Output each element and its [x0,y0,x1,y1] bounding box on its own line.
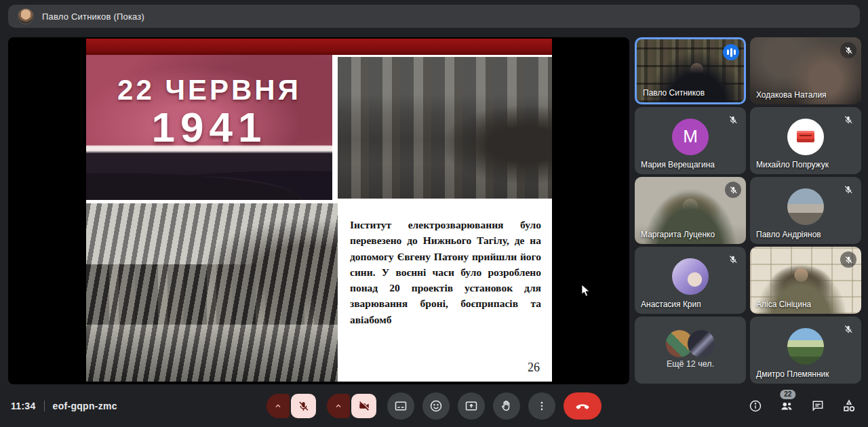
avatar [787,328,824,365]
mic-off-icon [840,42,856,58]
mic-off-icon [725,182,741,198]
end-call-icon [574,398,591,414]
slide-photo-evacuation-train [338,57,552,199]
participant-count-badge: 22 [780,390,795,399]
activities-icon [842,399,856,413]
more-options-icon [536,400,548,412]
participant-name: Ходакова Наталия [756,90,827,100]
chat-button[interactable] [810,398,826,414]
participant-tile[interactable]: M Мария Верещагина [635,107,746,174]
participant-tile[interactable]: Аліса Сініцина [750,247,861,314]
participant-name: Михайло Попружук [756,160,829,169]
clock-time: 11:34 [11,401,36,411]
present-screen-icon [465,399,478,413]
participants-grid: Павло Ситников Ходакова Наталия M Мария … [635,37,861,384]
slide-title-image: 22 ЧЕРВНЯ 1941 [86,55,332,200]
avatar [688,330,715,357]
info-button[interactable] [747,398,764,414]
presenter-avatar [18,8,34,24]
participant-tile[interactable]: Ходакова Наталия [750,37,861,104]
participant-name: Мария Верещагина [641,160,715,169]
mic-off-icon [842,183,855,197]
presenter-name: Павло Ситников (Показ) [42,12,144,22]
mic-mute-button[interactable] [291,394,316,418]
chat-icon [811,399,825,413]
reactions-button[interactable] [422,392,450,420]
avatar [787,188,824,225]
slide-title-line2: 1941 [152,106,267,148]
divider [44,401,45,411]
participant-tile[interactable]: Маргарита Луценко [635,177,746,244]
mic-off-icon [726,253,740,266]
camera-control-group [327,394,376,418]
participant-tile[interactable]: Павло Андріянов [750,177,861,244]
slide-top-band [86,39,552,55]
people-icon [779,399,794,413]
overflow-count-label: Ещё 12 чел. [635,359,746,369]
people-button[interactable]: 22 [778,398,795,414]
call-controls [267,392,601,420]
more-options-button[interactable] [528,392,555,420]
slide-page-number: 26 [528,361,540,375]
participant-name: Дмитро Племянник [756,369,829,379]
slide-title-line1: 22 ЧЕРВНЯ [117,74,301,106]
slide-photo-flatcars [86,203,338,382]
mic-control-group [267,394,316,418]
chevron-up-icon [334,402,342,410]
participant-tile[interactable]: Павло Ситников [635,37,746,104]
camera-options-button[interactable] [327,394,350,418]
mic-off-icon [842,113,855,127]
mic-off-icon [840,251,856,268]
sharpener-avatar-image [797,131,814,142]
chevron-up-icon [274,402,282,410]
raise-hand-button[interactable] [493,392,520,420]
camera-off-icon [358,400,370,412]
camera-off-button[interactable] [351,394,376,418]
avatar: M [672,119,709,155]
slide-body-text: Інститут електрозварювання було перевезе… [350,217,541,327]
avatar [787,119,824,155]
speaking-indicator-icon [723,44,739,60]
presenter-bar: Павло Ситников (Показ) [8,5,860,28]
end-call-button[interactable] [564,392,601,420]
avatar [672,258,709,295]
overflow-avatars [666,330,715,357]
meeting-code: eof-gqpn-zmc [53,401,117,411]
participant-name: Павло Андріянов [756,230,821,239]
mic-options-button[interactable] [267,394,290,418]
raise-hand-icon [500,399,513,413]
slide-text-block: Інститут електрозварювання було перевезе… [339,203,552,382]
mic-off-icon [842,323,855,336]
mic-off-icon [298,401,309,412]
captions-button[interactable] [387,392,414,420]
participant-tile[interactable]: Михайло Попружук [750,107,861,174]
meeting-panels: 22 [747,385,857,427]
soldiers-silhouette [86,169,332,200]
mic-off-icon [726,113,740,127]
meeting-meta: 11:34 eof-gqpn-zmc [11,385,117,427]
participant-name: Аліса Сініцина [756,300,811,309]
mouse-cursor [581,284,591,298]
participant-tile[interactable]: Анастасия Крип [635,247,746,314]
captions-icon [394,399,408,413]
emoji-reactions-icon [429,399,443,413]
activities-button[interactable] [841,398,857,414]
call-controls-bar: 11:34 eof-gqpn-zmc [0,385,868,427]
participant-tile[interactable]: Дмитро Племянник [750,317,861,384]
participant-name: Маргарита Луценко [641,230,715,239]
info-icon [749,399,762,413]
participant-name: Павло Ситников [643,88,705,98]
presentation-stage[interactable]: 22 ЧЕРВНЯ 1941 Інститут електрозварюванн… [8,37,629,384]
present-screen-button[interactable] [458,392,485,420]
overflow-participants-tile[interactable]: Ещё 12 чел. [635,317,746,384]
participant-name: Анастасия Крип [641,300,701,309]
presentation-slide: 22 ЧЕРВНЯ 1941 Інститут електрозварюванн… [86,39,552,382]
